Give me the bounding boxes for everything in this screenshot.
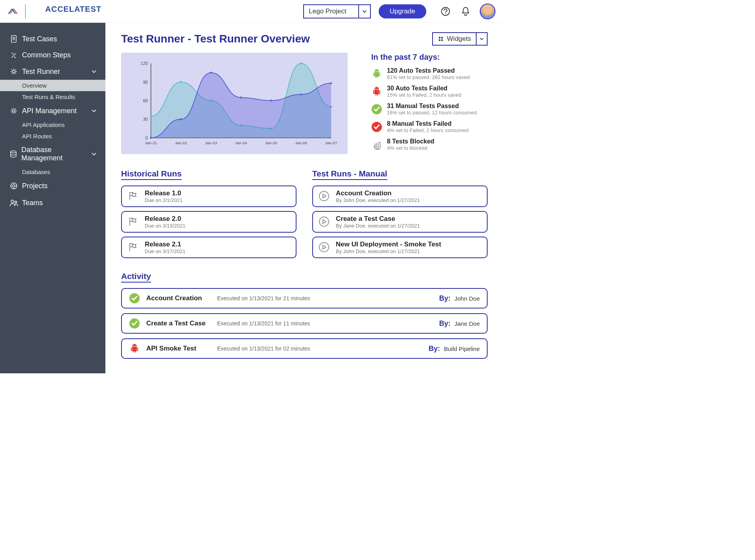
svg-point-41	[240, 97, 242, 99]
sidebar-sub-databases[interactable]: Databases	[0, 166, 105, 178]
sidebar-item-label: Common Steps	[22, 51, 71, 59]
section-title: Test Runs - Manual	[312, 169, 387, 180]
stat-subtitle: 4% set to Failed, 2 hours consumed	[387, 127, 468, 133]
activity-title: API Smoke Test	[146, 345, 217, 353]
svg-point-31	[150, 115, 152, 117]
bell-icon[interactable]	[460, 6, 471, 17]
stat-row: 120 Auto Tests Passed 61% set to passed,…	[371, 67, 488, 80]
teams-icon	[8, 198, 20, 207]
stats-panel: In the past 7 days: 120 Auto Tests Passe…	[371, 53, 488, 156]
chart-panel: 0306090120Jan-21Jan-22Jan-23Jan-24Jan-25…	[121, 53, 348, 154]
svg-text:Jan-22: Jan-22	[175, 141, 187, 145]
svg-text:60: 60	[143, 98, 148, 103]
project-select-label: Lego Project	[304, 7, 358, 15]
activity-person: John Doe	[455, 295, 480, 302]
activity-person: Jane Doe	[455, 320, 480, 327]
card-subtitle: Due on 2/1/2021	[145, 197, 182, 203]
card-subtitle: By John Doe, executed on 1/27/2021	[336, 197, 420, 203]
svg-text:0: 0	[145, 136, 148, 140]
stat-subtitle: 61% set to passed, 282 hours saved	[387, 74, 470, 80]
sidebar-item-database-management[interactable]: Database Management	[0, 142, 105, 166]
activity-meta: Executed on 1/13/2021 for 21 minutes	[217, 295, 439, 301]
sidebar-sub-runs-results[interactable]: Test Runs & Results	[0, 91, 105, 103]
card-subtitle: By Jane Doe, executed on 1/27/2021	[336, 223, 420, 229]
document-icon	[8, 35, 20, 43]
sidebar-item-common-steps[interactable]: Common Steps	[0, 47, 105, 63]
widgets-label: Widgets	[447, 35, 471, 43]
arrows-icon	[8, 51, 20, 59]
project-select[interactable]: Lego Project	[303, 4, 370, 18]
card-title: New UI Deployment - Smoke Test	[336, 241, 441, 248]
api-icon	[8, 106, 20, 115]
svg-text:Jan-27: Jan-27	[325, 141, 337, 145]
sidebar-item-label: Teams	[22, 199, 43, 207]
play-icon	[319, 191, 330, 202]
chevron-down-icon	[358, 5, 370, 18]
sidebar-item-label: API Management	[22, 107, 77, 115]
activity-card[interactable]: API Smoke Test Executed on 1/13/2021 for…	[121, 338, 488, 359]
activity-card[interactable]: Create a Test Case Executed on 1/13/2021…	[121, 313, 488, 334]
card-title: Create a Test Case	[336, 215, 420, 223]
activity-by-label: By:	[439, 319, 451, 328]
sidebar: Test Cases Common Steps Test Runner Over…	[0, 23, 105, 373]
activity-person: Build Pipeline	[444, 345, 480, 352]
historical-run-card[interactable]: Release 2.0 Due on 3/13/2021	[121, 211, 296, 233]
sidebar-sub-api-applications[interactable]: API Applications	[0, 119, 105, 130]
stat-subtitle: 15% set to Failed, 2 hours saved	[387, 92, 461, 98]
manual-runs-section: Test Runs - Manual Account Creation By J…	[312, 169, 488, 262]
sidebar-sub-overview[interactable]: Overview	[0, 80, 105, 91]
app-header: ACCELATEST API TESTING SIMPLIFIED Lego P…	[0, 0, 503, 23]
activity-meta: Executed on 1/13/2021 for 11 minutes	[217, 320, 439, 327]
sidebar-item-api-management[interactable]: API Management	[0, 103, 105, 119]
widgets-button[interactable]: Widgets	[432, 32, 488, 46]
stat-title: 120 Auto Tests Passed	[387, 67, 470, 74]
svg-point-32	[180, 81, 182, 83]
sidebar-item-label: Database Management	[21, 146, 90, 162]
sidebar-item-label: Projects	[22, 182, 48, 190]
flag-icon	[127, 191, 139, 202]
activity-section: Activity Account Creation Executed on 1/…	[121, 272, 488, 359]
projects-icon	[8, 182, 20, 190]
activity-card[interactable]: Account Creation Executed on 1/13/2021 f…	[121, 288, 488, 308]
manual-run-card[interactable]: Account Creation By John Doe, executed o…	[312, 185, 488, 207]
sidebar-item-test-cases[interactable]: Test Cases	[0, 31, 105, 47]
logo-separator	[25, 4, 26, 18]
sidebar-item-teams[interactable]: Teams	[0, 194, 105, 211]
android-red-icon	[129, 343, 140, 354]
page-title: Test Runner - Test Runner Overview	[121, 33, 310, 45]
stat-title: 8 Manual Tests Failed	[387, 120, 468, 127]
manual-run-card[interactable]: New UI Deployment - Smoke Test By John D…	[312, 237, 488, 258]
avatar[interactable]	[480, 4, 495, 19]
stat-title: 8 Tests Blocked	[387, 138, 435, 145]
svg-point-39	[180, 118, 182, 120]
database-icon	[8, 150, 19, 158]
svg-text:Jan-24: Jan-24	[235, 141, 247, 145]
gear-icon	[8, 67, 20, 76]
svg-point-40	[210, 72, 212, 74]
sidebar-sub-api-routes[interactable]: API Routes	[0, 130, 105, 142]
sidebar-item-label: Test Runner	[22, 68, 60, 76]
sidebar-item-test-runner[interactable]: Test Runner	[0, 63, 105, 80]
activity-title: Create a Test Case	[146, 319, 217, 327]
svg-point-42	[270, 100, 272, 102]
check-green-icon	[129, 293, 140, 304]
sidebar-item-projects[interactable]: Projects	[0, 178, 105, 194]
manual-run-card[interactable]: Create a Test Case By Jane Doe, executed…	[312, 211, 488, 233]
stat-row: 30 Auto Tests Failed 15% set to Failed, …	[371, 85, 488, 98]
historical-run-card[interactable]: Release 2.1 Due on 3/17/2021	[121, 237, 296, 258]
card-title: Release 1.0	[145, 189, 182, 197]
card-subtitle: Due on 3/13/2021	[145, 223, 185, 229]
help-icon[interactable]	[440, 6, 451, 17]
check-green-icon	[129, 318, 140, 329]
main-content: Test Runner - Test Runner Overview Widge…	[105, 23, 503, 373]
card-subtitle: By John Doe, executed on 1/27/2021	[336, 248, 441, 254]
check-red-icon	[371, 121, 382, 132]
svg-text:90: 90	[143, 80, 148, 84]
flag-icon	[127, 216, 139, 228]
brand-name: ACCELATEST	[29, 0, 117, 22]
historical-run-card[interactable]: Release 1.0 Due on 2/1/2021	[121, 185, 296, 207]
check-green-icon	[371, 104, 382, 115]
chevron-down-icon	[90, 151, 98, 158]
svg-text:Jan-21: Jan-21	[145, 141, 157, 145]
upgrade-button[interactable]: Upgrade	[379, 4, 426, 18]
